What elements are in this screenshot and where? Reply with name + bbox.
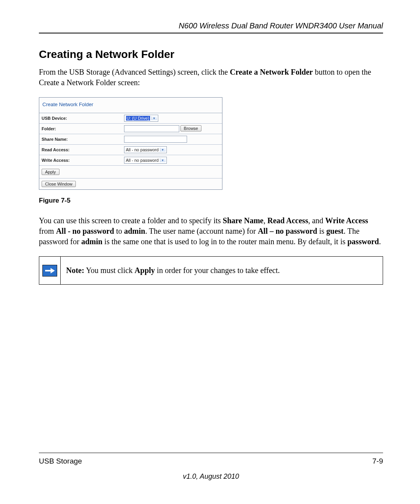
write-access-select[interactable]: All - no password ▾ — [124, 157, 167, 164]
footer-left: USB Storage — [39, 457, 82, 466]
note-icon-cell — [39, 257, 61, 284]
share-name-input[interactable] — [124, 136, 187, 143]
p2-t5: to — [114, 227, 124, 235]
note-post: in order for your changes to take effect… — [155, 266, 280, 275]
p2-b5: admin — [124, 227, 145, 235]
note-bold: Apply — [135, 266, 155, 275]
usb-device-select[interactable]: U: (U Drive) ▾ — [124, 115, 158, 122]
note-pre: You must click — [84, 266, 135, 275]
folder-input[interactable] — [124, 125, 179, 132]
footer-version: v1.0, August 2010 — [39, 472, 383, 481]
chevron-down-icon: ▾ — [160, 158, 166, 162]
note-text: Note: You must click Apply in order for … — [61, 257, 285, 284]
p2-b4: All - no password — [56, 227, 114, 235]
p2-t4: from — [39, 227, 56, 235]
p2-b8: admin — [81, 237, 102, 246]
page-footer: USB Storage 7-9 v1.0, August 2010 — [39, 453, 383, 481]
p2-b1: Share Name — [223, 216, 264, 225]
note-box: Note: You must click Apply in order for … — [39, 256, 383, 285]
p2-t6: . The user name (account name) for — [145, 227, 258, 235]
intro-bold: Create a Network Folder — [230, 68, 313, 76]
apply-row: Apply — [39, 166, 222, 178]
close-row: Close Window — [39, 178, 222, 189]
form-table: USB Device: U: (U Drive) ▾ Folder: Brows… — [39, 113, 222, 166]
folder-label: Folder: — [39, 124, 122, 134]
intro-paragraph: From the USB Storage (Advanced Settings)… — [39, 67, 383, 88]
usb-device-value: U: (U Drive) — [126, 116, 150, 121]
p2-t10: . — [379, 237, 381, 246]
read-access-value: All - no password — [126, 147, 159, 152]
write-access-value: All - no password — [126, 158, 159, 163]
create-network-folder-screenshot: Create Network Folder USB Device: U: (U … — [39, 97, 222, 190]
read-access-label: Read Access: — [39, 145, 122, 155]
p2-b7: guest — [326, 227, 343, 235]
p2-t1: You can use this screen to create a fold… — [39, 216, 223, 225]
header-rule — [39, 33, 383, 33]
apply-button[interactable]: Apply — [42, 169, 60, 175]
close-window-button[interactable]: Close Window — [42, 181, 76, 187]
p2-b3: Write Access — [325, 216, 368, 225]
section-heading: Creating a Network Folder — [39, 48, 383, 61]
p2-t9: is the same one that is used to log in t… — [102, 237, 347, 246]
usb-device-label: USB Device: — [39, 113, 122, 124]
p2-t7: is — [317, 227, 326, 235]
footer-rule — [39, 453, 383, 453]
p2-t3: , and — [308, 216, 325, 225]
footer-page-number: 7-9 — [373, 457, 383, 466]
share-name-label: Share Name: — [39, 134, 122, 145]
chevron-down-icon: ▾ — [151, 116, 157, 120]
p2-b9: password — [347, 237, 379, 246]
p2-t2: , — [263, 216, 267, 225]
description-paragraph: You can use this screen to create a fold… — [39, 215, 383, 247]
p2-b2: Read Access — [267, 216, 308, 225]
dialog-title: Create Network Folder — [39, 98, 222, 113]
browse-button[interactable]: Browse — [180, 125, 202, 131]
read-access-select[interactable]: All - no password ▾ — [124, 146, 167, 153]
p2-b6: All – no password — [258, 227, 317, 235]
note-label: Note: — [66, 266, 84, 275]
svg-marker-1 — [51, 268, 55, 273]
intro-pre: From the USB Storage (Advanced Settings)… — [39, 68, 230, 76]
figure-caption: Figure 7-5 — [39, 197, 383, 205]
arrow-right-icon — [42, 265, 57, 276]
chevron-down-icon: ▾ — [160, 148, 166, 152]
doc-header-title: N600 Wireless Dual Band Router WNDR3400 … — [39, 21, 383, 30]
write-access-label: Write Access: — [39, 155, 122, 166]
